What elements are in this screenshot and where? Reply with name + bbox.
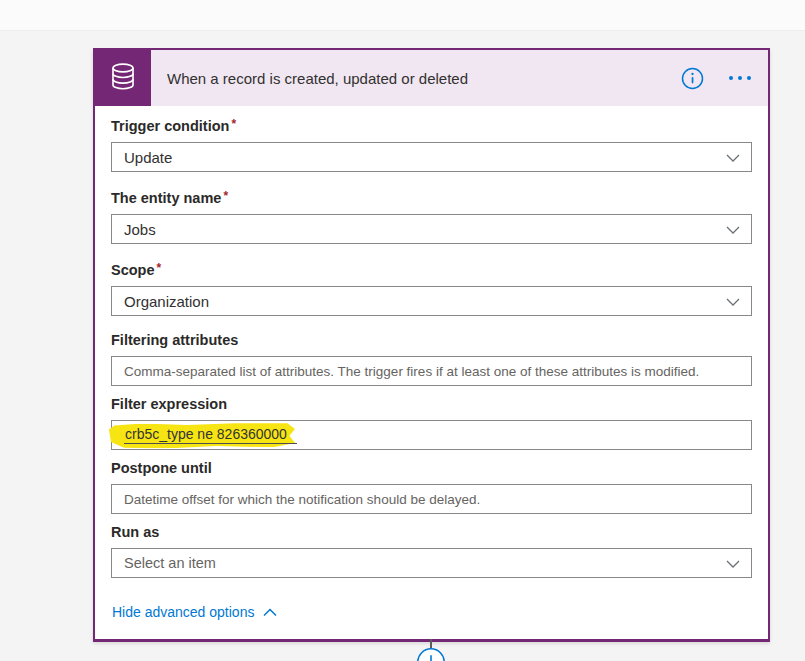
database-icon [108, 61, 138, 95]
ellipsis-icon [728, 75, 752, 81]
dropdown-value: Update [124, 149, 172, 166]
page-top-band [0, 0, 805, 31]
dropdown-value: Jobs [124, 221, 156, 238]
field-label: Run as [111, 524, 752, 541]
field-label: Filter expression [111, 396, 752, 413]
field-postpone-until: Postpone until Datetime offset for which… [111, 460, 752, 514]
card-title: When a record is created, updated or del… [167, 70, 681, 87]
info-button[interactable] [681, 67, 704, 90]
entity-name-dropdown[interactable]: Jobs [111, 214, 752, 244]
field-entity-name: The entity name* Jobs [111, 188, 752, 244]
chevron-down-icon [726, 154, 740, 162]
field-label: Scope* [111, 260, 752, 279]
trigger-condition-dropdown[interactable]: Update [111, 142, 752, 172]
required-marker: * [157, 261, 162, 275]
chevron-down-icon [726, 226, 740, 234]
field-label: Trigger condition* [111, 116, 752, 135]
field-run-as: Run as Select an item [111, 524, 752, 578]
dropdown-placeholder: Select an item [124, 555, 216, 571]
filtering-attributes-input[interactable]: Comma-separated list of attributes. The … [111, 356, 752, 386]
field-filter-expression: Filter expression crb5c_type ne 82636000… [111, 396, 752, 450]
scope-dropdown[interactable]: Organization [111, 286, 752, 316]
info-icon [681, 67, 704, 90]
input-placeholder: Comma-separated list of attributes. The … [124, 364, 699, 379]
field-filtering-attributes: Filtering attributes Comma-separated lis… [111, 332, 752, 386]
chevron-down-icon [726, 560, 740, 568]
filter-expression-input[interactable]: crb5c_type ne 826360000 [111, 420, 752, 450]
link-label: Hide advanced options [112, 604, 254, 620]
required-marker: * [231, 117, 236, 131]
dropdown-value: Organization [124, 293, 209, 310]
field-trigger-condition: Trigger condition* Update [111, 116, 752, 172]
chevron-down-icon [726, 298, 740, 306]
hide-advanced-options-link[interactable]: Hide advanced options [112, 604, 277, 620]
trigger-card-header[interactable]: When a record is created, updated or del… [95, 50, 768, 106]
trigger-card: When a record is created, updated or del… [93, 48, 770, 642]
trigger-card-body: Trigger condition* Update The entity nam… [95, 106, 768, 639]
input-value: crb5c_type ne 826360000 [124, 426, 297, 444]
chevron-up-icon [263, 608, 277, 617]
run-as-dropdown[interactable]: Select an item [111, 548, 752, 578]
insert-step-button[interactable] [416, 647, 446, 661]
postpone-until-input[interactable]: Datetime offset for which the notificati… [111, 484, 752, 514]
input-placeholder: Datetime offset for which the notificati… [124, 492, 480, 507]
field-label: Filtering attributes [111, 332, 752, 349]
required-marker: * [223, 189, 228, 203]
connector-icon-tile [95, 50, 151, 106]
more-actions-button[interactable] [728, 75, 752, 81]
field-label: The entity name* [111, 188, 752, 207]
field-scope: Scope* Organization [111, 260, 752, 316]
field-label: Postpone until [111, 460, 752, 477]
